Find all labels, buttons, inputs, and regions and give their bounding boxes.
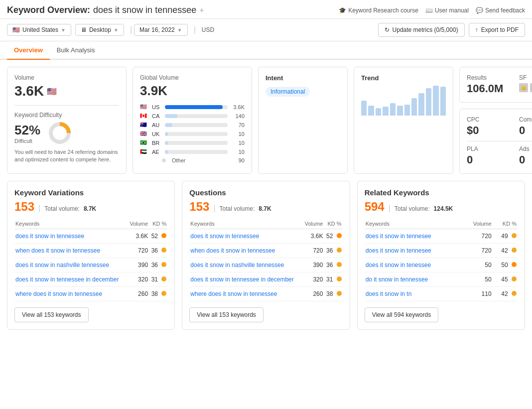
tab-overview[interactable]: Overview bbox=[7, 41, 50, 60]
header-left: Keyword Overview: does it snow in tennes… bbox=[7, 5, 204, 15]
volume-cell: 720 bbox=[128, 244, 149, 258]
ads-value: 0 bbox=[519, 153, 532, 166]
q-table: Keywords Volume KD % does it snow in ten… bbox=[189, 219, 342, 301]
intent-badge: Informational bbox=[266, 87, 310, 97]
send-feedback-link[interactable]: 💬 Send feedback bbox=[476, 7, 525, 14]
user-manual-link[interactable]: 📖 User manual bbox=[425, 7, 469, 14]
user-manual-label: User manual bbox=[435, 7, 469, 14]
pla-value: 0 bbox=[467, 153, 509, 166]
kv-col-keywords: Keywords bbox=[14, 219, 128, 229]
update-metrics-label: Update metrics (0/5,000) bbox=[393, 26, 458, 33]
results-col: Results 106.0M bbox=[467, 74, 509, 95]
bar-flag: 🇬🇧 bbox=[140, 131, 149, 137]
table-row: does it snow in tennessee 3.6K 52 bbox=[189, 229, 342, 244]
bar-flag: 🇦🇺 bbox=[140, 122, 149, 128]
kw-cell: do it snow in tennessee bbox=[365, 273, 463, 287]
results-value: 106.0M bbox=[467, 82, 509, 95]
device-selector[interactable]: 🖥 Desktop ▼ bbox=[75, 24, 124, 36]
keyword-link[interactable]: does it snow in tennessee bbox=[15, 233, 84, 240]
cpc-item: CPC $0 bbox=[467, 116, 509, 137]
kw-cell: when does it snow in tennessee bbox=[14, 244, 128, 258]
kw-cell: does it snow in nashville tennessee bbox=[189, 258, 302, 273]
sf-link-icon: 🔗 bbox=[530, 83, 532, 92]
table-row: does it snow in tennesee 720 42 bbox=[365, 244, 518, 258]
keyword-link[interactable]: does it snow in tennesee bbox=[366, 247, 431, 254]
q-view-all-button[interactable]: View all 153 keywords bbox=[189, 307, 264, 322]
chevron-down-icon-3: ▼ bbox=[177, 27, 182, 33]
keyword-course-link[interactable]: 🎓 Keyword Research course bbox=[339, 7, 418, 14]
bar-value: 10 bbox=[231, 131, 245, 137]
kv-count: 153 bbox=[14, 200, 34, 214]
bar-flag: 🇦🇪 bbox=[140, 148, 149, 155]
kd-dot bbox=[161, 291, 166, 296]
questions-section: Questions 153 | Total volume: 8.7K Keywo… bbox=[182, 181, 350, 330]
keyword-link[interactable]: where does it snow in tennessee bbox=[190, 290, 277, 297]
bar-fill bbox=[165, 123, 172, 127]
country-selector[interactable]: 🇺🇸 United States ▼ bbox=[7, 24, 71, 36]
results-metrics-stack: Results 106.0M SF 👑 🔗 🖥 +1 bbox=[459, 67, 532, 174]
bar-code: AE bbox=[152, 149, 162, 155]
keyword-link[interactable]: does it snow in nashville tennessee bbox=[15, 262, 109, 269]
trend-bar bbox=[433, 86, 438, 116]
bar-code: CA bbox=[152, 113, 162, 119]
keyword-link[interactable]: does it snow in tennessee in december bbox=[190, 276, 293, 283]
sf-crown-icon: 👑 bbox=[519, 83, 528, 92]
kw-cell: does it snow in tennessee in december bbox=[14, 273, 128, 287]
page-title-keyword: does it snow in tennessee bbox=[93, 5, 196, 15]
kv-total-label: Total volume: bbox=[44, 205, 80, 212]
trend-bar bbox=[361, 101, 367, 116]
bar-fill bbox=[165, 114, 177, 118]
device-label: Desktop bbox=[89, 26, 111, 33]
export-pdf-button[interactable]: ↑ Export to PDF bbox=[469, 23, 525, 37]
com-label: Com. bbox=[519, 116, 532, 123]
keyword-link[interactable]: does it snow in tn bbox=[366, 290, 412, 297]
bar-value: 3.6K bbox=[231, 104, 245, 110]
volume-cell: 720 bbox=[463, 229, 492, 244]
currency-label: USD bbox=[202, 26, 214, 33]
kv-count-row: 153 | Total volume: 8.7K bbox=[14, 200, 167, 214]
kd-cell: 38 bbox=[324, 287, 342, 301]
divider bbox=[14, 105, 119, 106]
chevron-down-icon: ▼ bbox=[61, 27, 66, 33]
tab-bulk-analysis[interactable]: Bulk Analysis bbox=[50, 41, 102, 60]
q-col-keywords: Keywords bbox=[189, 219, 302, 229]
keyword-link[interactable]: does it snow in tennessee in december bbox=[15, 276, 119, 283]
bar-code: US bbox=[152, 104, 162, 110]
kv-view-all-button[interactable]: View all 153 keywords bbox=[14, 307, 89, 322]
graduation-icon: 🎓 bbox=[339, 7, 346, 14]
bar-track bbox=[165, 114, 228, 118]
bar-fill bbox=[165, 141, 168, 145]
keyword-link[interactable]: do it snow in tennessee bbox=[366, 276, 428, 283]
kw-cell: does it snow in tennesee bbox=[365, 244, 463, 258]
kd-cell: 52 bbox=[149, 229, 167, 244]
q-count: 153 bbox=[189, 200, 209, 214]
volume-cell: 320 bbox=[302, 273, 324, 287]
global-volume-card: Global Volume 3.9K 🇺🇸 US 3.6K 🇨🇦 CA 140 … bbox=[133, 67, 252, 174]
keyword-link[interactable]: does it snow in tenessee bbox=[366, 262, 431, 269]
trend-bar bbox=[418, 93, 424, 116]
trend-bar bbox=[411, 98, 417, 116]
rk-table: Keywords Volume KD % does it snow in ten… bbox=[365, 219, 518, 301]
kw-cell: does it snow in tennesee bbox=[365, 229, 463, 244]
keyword-link[interactable]: when does it snow in tennessee bbox=[15, 247, 100, 254]
date-selector[interactable]: Mar 16, 2022 ▼ bbox=[134, 24, 188, 36]
keyword-link[interactable]: does it snow in tennessee bbox=[190, 233, 259, 240]
kd-dot bbox=[337, 233, 342, 238]
global-bar-row: 🇨🇦 CA 140 bbox=[140, 113, 245, 119]
rk-view-all-button[interactable]: View all 594 keywords bbox=[365, 307, 439, 322]
table-row: does it snow in tenessee 50 50 bbox=[365, 258, 518, 273]
rk-total-value: 124.5K bbox=[434, 205, 453, 212]
keyword-link[interactable]: when does it snow in tennessee bbox=[190, 247, 275, 254]
keyword-link[interactable]: does it snow in tennesee bbox=[366, 233, 431, 240]
bottom-three-col: Keyword Variations 153 | Total volume: 8… bbox=[7, 181, 525, 330]
trend-bar bbox=[397, 106, 402, 116]
kd-dot bbox=[512, 248, 517, 253]
keyword-link[interactable]: where does it snow in tennessee bbox=[15, 290, 102, 297]
add-keyword-icon[interactable]: + bbox=[199, 6, 204, 15]
update-metrics-button[interactable]: ↻ Update metrics (0/5,000) bbox=[378, 23, 465, 37]
kd-dot bbox=[161, 276, 166, 281]
trend-bars bbox=[361, 86, 446, 116]
trend-bar bbox=[383, 107, 388, 116]
kw-cell: where does it snow in tennessee bbox=[189, 287, 302, 301]
keyword-link[interactable]: does it snow in nashville tennessee bbox=[190, 262, 284, 269]
